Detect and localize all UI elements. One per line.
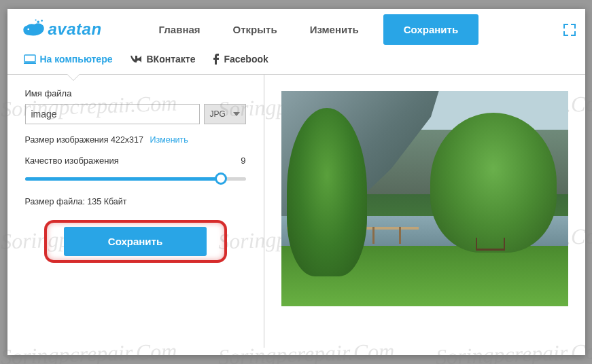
tab-vk[interactable]: ВКонтакте [130,54,195,65]
slider-thumb[interactable] [215,172,227,185]
nav-open[interactable]: Открыть [217,24,294,35]
file-size-value: 135 Кбайт [87,197,126,206]
svg-rect-4 [24,55,35,62]
whale-icon [21,19,46,39]
facebook-icon [213,54,220,65]
image-size-label: Размер изображения [25,135,109,145]
vk-icon [130,54,142,64]
tab-computer[interactable]: На компьютере [24,54,113,65]
image-preview [281,91,568,306]
format-select[interactable]: JPG [204,104,246,124]
tab-label: На компьютере [40,54,113,65]
svg-rect-5 [24,62,36,64]
expand-icon[interactable] [563,24,576,39]
image-size-row: Размер изображения 422x317 Изменить [25,135,246,145]
quality-value: 9 [241,156,245,166]
image-size-value: 422x317 [111,135,143,145]
save-options-panel: Имя файла JPG Размер изображения 422x317… [7,75,264,348]
save-destination-tabs: На компьютере ВКонтакте Facebook [7,50,585,75]
quality-slider[interactable] [25,172,246,186]
change-size-link[interactable]: Изменить [150,135,188,145]
svg-point-3 [27,29,29,31]
logo-text: avatan [48,20,102,39]
nav-edit[interactable]: Изменить [294,24,375,35]
format-value: JPG [210,109,226,119]
nav-save[interactable]: Сохранить [383,14,478,45]
image-preview-area [264,75,585,348]
tab-facebook[interactable]: Facebook [213,54,268,65]
nav-home[interactable]: Главная [143,24,217,35]
tab-indicator [67,74,80,80]
svg-point-0 [37,20,39,23]
quality-label: Качество изображения [25,156,119,166]
computer-icon [24,54,36,64]
logo[interactable]: avatan [21,19,102,39]
header: avatan Главная Открыть Изменить Сохранит… [7,9,585,50]
tab-label: ВКонтакте [146,54,195,65]
svg-point-1 [41,20,43,22]
chevron-down-icon [233,112,240,116]
file-size-row: Размер файла: 135 Кбайт [25,197,246,206]
file-size-label: Размер файла: [25,197,85,206]
filename-label: Имя файла [25,88,246,98]
svg-point-2 [35,19,36,20]
tab-label: Facebook [224,54,268,65]
filename-input[interactable] [25,104,200,124]
save-button[interactable]: Сохранить [64,227,207,256]
